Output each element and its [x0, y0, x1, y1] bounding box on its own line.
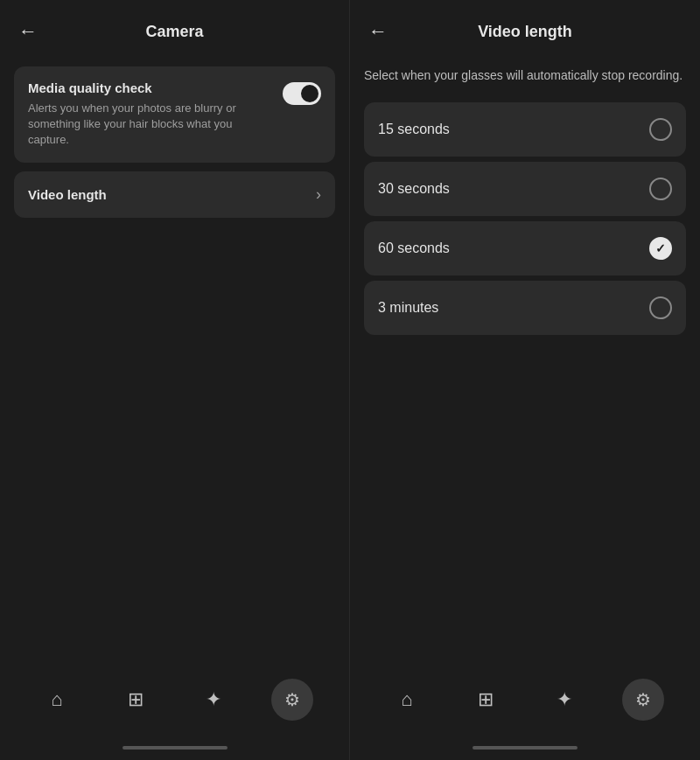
video-length-card[interactable]: Video length ›: [14, 171, 335, 218]
home-icon-right: ⌂: [401, 688, 412, 711]
back-arrow-icon-right: ←: [368, 22, 388, 41]
option-30-radio[interactable]: ✓: [649, 178, 672, 200]
video-length-description: Select when your glasses will automatica…: [350, 59, 700, 102]
video-length-options: 15 seconds ✓ 30 seconds ✓ 60 seconds ✓ 3…: [350, 102, 700, 335]
toggle-knob: [301, 85, 318, 102]
media-quality-text: Media quality check Alerts you when your…: [28, 80, 272, 149]
video-length-title: Video length: [392, 23, 658, 41]
home-indicator-left: [122, 746, 228, 750]
gallery-icon: ⊞: [128, 688, 144, 711]
gallery-icon-right: ⊞: [478, 688, 494, 711]
option-15-label: 15 seconds: [378, 122, 450, 137]
settings-icon-right: ⚙: [635, 689, 651, 710]
video-length-bottom-nav: ⌂ ⊞ ✦ ⚙: [350, 667, 700, 746]
media-quality-toggle[interactable]: [283, 82, 321, 105]
media-quality-card: Media quality check Alerts you when your…: [14, 66, 335, 163]
settings-icon: ⚙: [284, 689, 300, 710]
camera-content: Media quality check Alerts you when your…: [0, 59, 349, 667]
option-15-radio[interactable]: ✓: [649, 118, 672, 141]
video-length-bottom-area: ⌂ ⊞ ✦ ⚙: [350, 667, 700, 760]
option-60-label: 60 seconds: [378, 241, 450, 256]
camera-back-button[interactable]: ←: [14, 17, 42, 45]
video-length-back-button[interactable]: ←: [364, 17, 392, 45]
nav-home-right[interactable]: ⌂: [386, 679, 428, 721]
option-60-radio[interactable]: ✓: [649, 237, 672, 260]
media-quality-description: Alerts you when your photos are blurry o…: [28, 101, 272, 149]
camera-settings-panel: ← Camera Media quality check Alerts you …: [0, 0, 350, 760]
radio-check-icon-60: ✓: [655, 241, 666, 255]
back-arrow-icon: ←: [18, 22, 38, 41]
nav-ai-right[interactable]: ✦: [543, 679, 585, 721]
home-indicator-right: [472, 746, 578, 750]
nav-home-left[interactable]: ⌂: [36, 679, 78, 721]
nav-gallery-left[interactable]: ⊞: [115, 679, 157, 721]
camera-title: Camera: [42, 23, 307, 41]
ai-icon: ✦: [206, 688, 221, 711]
option-30-label: 30 seconds: [378, 181, 450, 197]
option-30-seconds[interactable]: 30 seconds ✓: [364, 162, 686, 216]
option-3-minutes[interactable]: 3 minutes ✓: [364, 281, 686, 335]
camera-header: ← Camera: [0, 0, 349, 59]
video-length-header: ← Video length: [350, 0, 700, 59]
video-length-panel: ← Video length Select when your glasses …: [350, 0, 700, 760]
nav-ai-left[interactable]: ✦: [192, 679, 234, 721]
home-icon: ⌂: [51, 688, 62, 711]
video-length-label: Video length: [28, 187, 107, 202]
option-3min-radio[interactable]: ✓: [649, 296, 672, 319]
media-quality-title: Media quality check: [28, 80, 272, 95]
camera-bottom-area: ⌂ ⊞ ✦ ⚙: [0, 667, 349, 760]
nav-settings-left[interactable]: ⚙: [271, 679, 313, 721]
ai-icon-right: ✦: [556, 688, 572, 711]
camera-bottom-nav: ⌂ ⊞ ✦ ⚙: [0, 667, 349, 746]
nav-settings-right[interactable]: ⚙: [622, 679, 664, 721]
nav-gallery-right[interactable]: ⊞: [465, 679, 507, 721]
chevron-right-icon: ›: [316, 185, 321, 204]
option-60-seconds[interactable]: 60 seconds ✓: [364, 221, 686, 275]
option-3min-label: 3 minutes: [378, 300, 438, 316]
option-15-seconds[interactable]: 15 seconds ✓: [364, 102, 686, 157]
